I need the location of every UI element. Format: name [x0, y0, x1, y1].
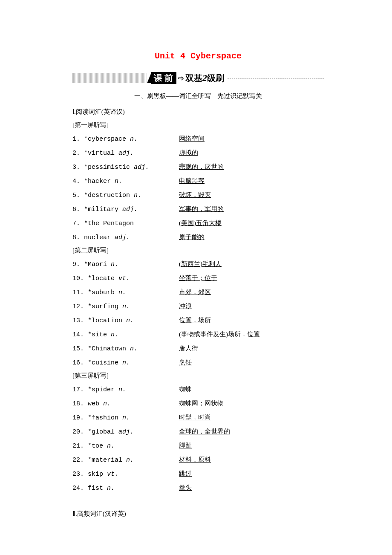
- subsection-1-heading: Ⅰ.阅读词汇(英译汉): [72, 108, 324, 116]
- vocab-row: 14. *site n.(事物或事件发生)场所，位置: [72, 329, 324, 340]
- banner-dotted-line: [228, 78, 324, 78]
- screen-label: [第二屏听写]: [72, 246, 324, 254]
- banner-text: 双基2级刷: [185, 72, 224, 84]
- vocab-definition: 拳头: [179, 483, 192, 494]
- vocab-definition: 电脑黑客: [179, 176, 205, 187]
- vocab-row: 13. *location n.位置，场所: [72, 315, 324, 326]
- vocab-definition: 全球的，全世界的: [179, 426, 230, 437]
- vocab-definition: 时髦，时尚: [179, 412, 211, 423]
- vocab-row: 1. *cyberspace n.网络空间: [72, 133, 324, 145]
- vocab-definition: 破坏，毁灭: [179, 190, 211, 201]
- vocab-row: 11. *suburb n.市郊，郊区: [72, 287, 324, 298]
- vocab-definition: 虚拟的: [179, 147, 198, 159]
- vocab-definition: 位置，场所: [179, 315, 211, 326]
- banner-black-text: 课 前: [154, 72, 173, 84]
- vocab-row: 7. *the Pentagon (美国)五角大楼: [72, 218, 324, 229]
- vocab-term: 14. *site n.: [72, 329, 179, 340]
- vocab-row: 3. *pessimistic adj.悲观的，厌世的: [72, 162, 324, 173]
- vocab-definition: 蜘蛛网；网状物: [179, 398, 224, 409]
- vocab-definition: 蜘蛛: [179, 384, 192, 395]
- vocab-row: 20. *global adj.全球的，全世界的: [72, 426, 324, 437]
- vocab-term: 17. *spider n.: [72, 384, 179, 395]
- vocab-definition: 悲观的，厌世的: [179, 162, 224, 173]
- vocab-definition: 材料，原料: [179, 454, 211, 465]
- vocab-term: 15. *Chinatown n.: [72, 343, 179, 354]
- vocab-term: 23. skip vt.: [72, 468, 179, 480]
- banner-suffix: 级刷: [207, 73, 224, 83]
- vocab-term: 1. *cyberspace n.: [72, 133, 179, 145]
- vocab-definition: 烹饪: [179, 357, 192, 368]
- vocab-row: 19. *fashion n.时髦，时尚: [72, 412, 324, 423]
- vocab-term: 10. *locate vt.: [72, 273, 179, 284]
- vocab-row: 4. *hacker n.电脑黑客: [72, 176, 324, 187]
- vocab-term: 24. fist n.: [72, 483, 179, 494]
- vocab-term: 12. *surfing n.: [72, 301, 179, 312]
- vocab-term: 4. *hacker n.: [72, 176, 179, 187]
- vocab-row: 8. nuclear adj.原子能的: [72, 232, 324, 243]
- vocab-row: 21. *toe n.脚趾: [72, 440, 324, 451]
- vocab-term: 5. *destruction n.: [72, 190, 179, 201]
- vocab-term: 22. *material n.: [72, 454, 179, 465]
- vocab-term: 11. *suburb n.: [72, 287, 179, 298]
- vocab-term: 9. *Maori n.: [72, 259, 179, 270]
- vocab-row: 18. web n.蜘蛛网；网状物: [72, 398, 324, 409]
- vocab-row: 15. *Chinatown n.唐人街: [72, 343, 324, 354]
- vocab-row: 6. *military adj.军事的，军用的: [72, 204, 324, 215]
- vocab-definition: 脚趾: [179, 440, 192, 451]
- vocab-definition: (新西兰)毛利人: [179, 259, 222, 270]
- vocab-term: 13. *location n.: [72, 315, 179, 326]
- vocab-row: 5. *destruction n.破坏，毁灭: [72, 190, 324, 201]
- vocab-definition: 原子能的: [179, 232, 205, 243]
- vocab-term: 7. *the Pentagon: [72, 218, 179, 229]
- vocab-row: 16. *cuisine n.烹饪: [72, 357, 324, 368]
- vocab-term: 2. *virtual adj.: [72, 147, 179, 159]
- section-title: 一、刷黑板——词汇全听写 先过识记默写关: [72, 92, 324, 100]
- vocab-definition: 唐人街: [179, 343, 198, 354]
- vocab-row: 17. *spider n.蜘蛛: [72, 384, 324, 395]
- banner-prefix: 双基: [185, 73, 202, 83]
- vocab-row: 24. fist n.拳头: [72, 483, 324, 494]
- vocab-term: 3. *pessimistic adj.: [72, 162, 179, 173]
- vocab-row: 23. skip vt.跳过: [72, 468, 324, 480]
- vocab-term: 21. *toe n.: [72, 440, 179, 451]
- vocab-term: 19. *fashion n.: [72, 412, 179, 423]
- vocab-term: 20. *global adj.: [72, 426, 179, 437]
- banner-num: 2: [202, 72, 207, 83]
- vocab-definition: 跳过: [179, 468, 192, 480]
- arrow-right-icon: ⇨: [178, 74, 184, 82]
- banner-slash: [147, 73, 151, 83]
- vocab-definition: (美国)五角大楼: [179, 218, 222, 229]
- unit-title: Unit 4 Cyberspace: [72, 51, 324, 61]
- vocab-definition: 网络空间: [179, 133, 205, 145]
- banner-black-label: 课 前: [151, 72, 176, 84]
- vocab-term: 6. *military adj.: [72, 204, 179, 215]
- vocab-definition: 坐落于；位于: [179, 273, 217, 284]
- vocab-definition: (事物或事件发生)场所，位置: [179, 329, 260, 340]
- pre-class-banner: 课 前 ⇨ 双基2级刷: [72, 72, 324, 84]
- vocab-row: 2. *virtual adj.虚拟的: [72, 147, 324, 159]
- screen-label: [第三屏听写]: [72, 372, 324, 380]
- vocab-definition: 市郊，郊区: [179, 287, 211, 298]
- screen-label: [第一屏听写]: [72, 121, 324, 129]
- vocab-term: 16. *cuisine n.: [72, 357, 179, 368]
- vocab-definition: 冲浪: [179, 301, 192, 312]
- vocab-row: 22. *material n.材料，原料: [72, 454, 324, 465]
- vocab-row: 9. *Maori n.(新西兰)毛利人: [72, 259, 324, 270]
- vocab-row: 10. *locate vt.坐落于；位于: [72, 273, 324, 284]
- vocab-definition: 军事的，军用的: [179, 204, 224, 215]
- banner-hatch: [72, 73, 147, 83]
- vocab-term: 8. nuclear adj.: [72, 232, 179, 243]
- vocab-term: 18. web n.: [72, 398, 179, 409]
- vocab-row: 12. *surfing n.冲浪: [72, 301, 324, 312]
- subsection-2-heading: Ⅱ.高频词汇(汉译英): [72, 510, 324, 518]
